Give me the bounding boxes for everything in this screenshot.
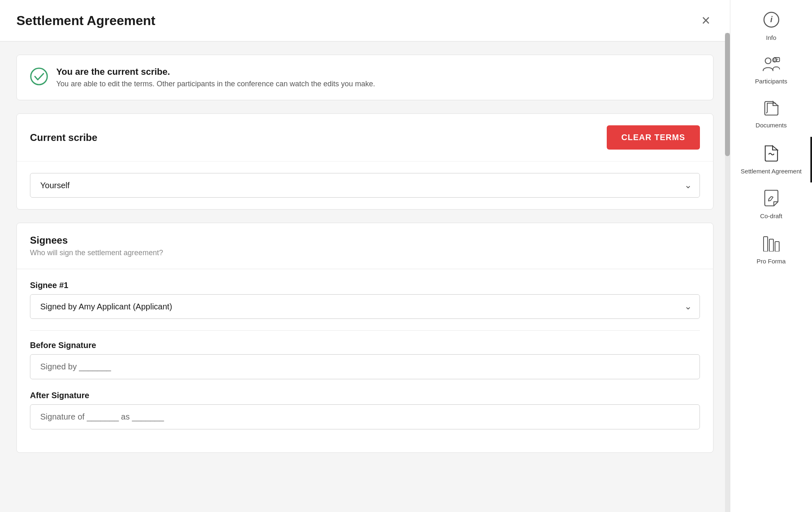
scribe-body: Yourself ⌄ (17, 161, 713, 209)
after-signature-input[interactable] (30, 404, 700, 429)
svg-text:i: i (770, 15, 773, 24)
modal-body: You are the current scribe. You are able… (0, 42, 730, 512)
signee1-group: Signee #1 Signed by Amy Applicant (Appli… (30, 281, 700, 319)
close-button[interactable]: × (698, 12, 713, 30)
clear-terms-button[interactable]: CLEAR TERMS (607, 125, 700, 150)
before-signature-label: Before Signature (30, 341, 700, 350)
modal-header: Settlement Agreement × (0, 0, 730, 42)
info-banner-heading: You are the current scribe. (56, 67, 375, 77)
signees-header: Signees Who will sign the settlement agr… (17, 223, 713, 269)
sidebar-settlement-label: Settlement Agreement (741, 167, 801, 175)
signee1-dropdown[interactable]: Signed by Amy Applicant (Applicant) (30, 294, 700, 319)
sidebar-item-proforma[interactable]: Pro Forma (730, 228, 812, 273)
documents-icon (763, 100, 780, 118)
scroll-thumb[interactable] (725, 33, 730, 156)
svg-rect-10 (775, 242, 779, 251)
info-banner: You are the current scribe. You are able… (16, 55, 713, 100)
modal-title: Settlement Agreement (16, 13, 155, 28)
current-scribe-section: Current scribe CLEAR TERMS Yourself ⌄ (16, 113, 713, 210)
main-content: Settlement Agreement × You are the curre… (0, 0, 730, 512)
svg-rect-8 (764, 237, 768, 251)
current-scribe-title: Current scribe (30, 132, 97, 143)
codraft-icon (763, 190, 780, 209)
section-divider (30, 330, 700, 331)
signees-title: Signees (30, 235, 700, 246)
svg-rect-9 (769, 239, 773, 251)
scribe-dropdown-wrapper: Yourself ⌄ (30, 173, 700, 198)
signee1-label: Signee #1 (30, 281, 700, 290)
info-banner-text: You are the current scribe. You are able… (56, 67, 375, 88)
after-signature-label: After Signature (30, 391, 700, 400)
after-signature-group: After Signature (30, 391, 700, 429)
sidebar-item-info[interactable]: i Info (730, 4, 812, 49)
sidebar-item-participants[interactable]: Participants (730, 49, 812, 93)
sidebar-info-label: Info (766, 34, 776, 42)
sidebar-item-documents[interactable]: Documents (730, 92, 812, 137)
section-header: Current scribe CLEAR TERMS (17, 114, 713, 161)
svg-point-0 (31, 68, 47, 85)
sidebar-codraft-label: Co-draft (760, 212, 782, 220)
sidebar-item-settlement-agreement[interactable]: Settlement Agreement (730, 137, 812, 183)
participants-icon (762, 57, 780, 74)
scribe-dropdown[interactable]: Yourself (30, 173, 700, 198)
info-banner-description: You are able to edit the terms. Other pa… (56, 80, 375, 88)
info-icon: i (763, 12, 780, 30)
sidebar-item-codraft[interactable]: Co-draft (730, 182, 812, 228)
svg-point-3 (765, 58, 771, 64)
settlement-icon (764, 144, 779, 164)
sidebar-proforma-label: Pro Forma (757, 257, 786, 265)
scroll-indicator (725, 33, 730, 512)
sidebar: i Info Participants (730, 0, 812, 512)
modal-container: Settlement Agreement × You are the curre… (0, 0, 812, 512)
before-signature-input[interactable] (30, 354, 700, 379)
signees-body: Signee #1 Signed by Amy Applicant (Appli… (17, 269, 713, 452)
before-signature-group: Before Signature (30, 341, 700, 379)
signee1-dropdown-wrapper: Signed by Amy Applicant (Applicant) ⌄ (30, 294, 700, 319)
check-circle-icon (30, 67, 48, 85)
sidebar-documents-label: Documents (756, 121, 787, 129)
signees-subtitle: Who will sign the settlement agreement? (30, 249, 700, 257)
sidebar-participants-label: Participants (755, 77, 787, 85)
signees-section: Signees Who will sign the settlement agr… (16, 223, 713, 453)
proforma-icon (763, 235, 780, 254)
